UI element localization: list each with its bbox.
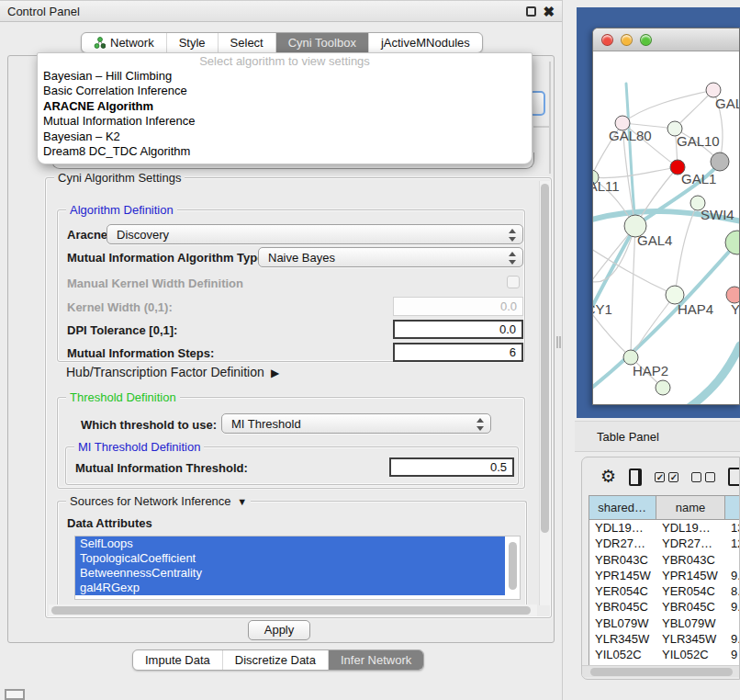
- table-row[interactable]: YPR145WYPR145W9.: [589, 568, 740, 583]
- node-label-gal11: GAL11: [593, 178, 620, 194]
- list-scrollbar-thumb[interactable]: [509, 542, 517, 590]
- table-row[interactable]: YIL052CYIL052C9: [589, 647, 740, 662]
- dropdown-item[interactable]: Basic Correlation Inference: [38, 84, 532, 98]
- split-pane-handle[interactable]: [556, 336, 561, 348]
- mi-threshold-field[interactable]: 0.5: [389, 457, 514, 477]
- attribute-item-selected[interactable]: SelfLoops: [75, 536, 505, 551]
- table-row[interactable]: YDR27…YDR27…12: [589, 536, 740, 551]
- table-column-header[interactable]: shared…: [589, 496, 656, 520]
- minimize-traffic-light[interactable]: [621, 34, 633, 46]
- tab-select[interactable]: Select: [218, 33, 275, 52]
- tab-jactivemnodules[interactable]: jActiveMNodules: [368, 33, 482, 52]
- apply-button[interactable]: Apply: [248, 620, 310, 640]
- settings-vertical-scrollbar[interactable]: [539, 181, 550, 605]
- network-node-green-bottom[interactable]: [656, 380, 670, 395]
- table-horizontal-scrollbar[interactable]: [582, 665, 740, 677]
- dropdown-item[interactable]: Bayesian – Hill Climbing: [38, 69, 532, 84]
- combo-arrows-icon: [509, 252, 516, 265]
- table-cell: YPR145W: [589, 568, 656, 583]
- attribute-item-selected[interactable]: TopologicalCoefficient: [75, 551, 505, 566]
- table-cell: YLR345W: [589, 631, 656, 647]
- mi-steps-field[interactable]: 6: [393, 343, 523, 362]
- table-cell: YBR045C: [589, 599, 656, 615]
- network-edge[interactable]: [631, 226, 635, 357]
- tab-label: Style: [179, 33, 206, 52]
- tab-network[interactable]: Network: [82, 33, 166, 52]
- data-attributes-list[interactable]: SelfLoopsTopologicalCoefficientBetweenne…: [74, 536, 521, 600]
- network-edge[interactable]: [689, 345, 740, 405]
- gear-icon[interactable]: ⚙: [600, 467, 616, 487]
- table-hscroll-thumb[interactable]: [590, 668, 733, 676]
- manual-kernel-label: Manual Kernel Width Definition: [67, 277, 243, 290]
- dropdown-item[interactable]: ARACNE Algorithm: [38, 99, 532, 114]
- attribute-item-selected[interactable]: gal4RGexp: [75, 581, 505, 595]
- settings-hscroll-thumb[interactable]: [51, 606, 531, 615]
- mi-steps-label: Mutual Information Steps:: [67, 346, 214, 360]
- which-threshold-combo[interactable]: MI Threshold: [221, 413, 491, 434]
- mi-threshold-group: MI Threshold Definition Mutual Informati…: [65, 446, 519, 485]
- node-attribute-table: shared…name YDL19…YDL19…13YDR27…YDR27…12…: [589, 495, 740, 665]
- network-graph-canvas[interactable]: GALGAL80GAL10GAL1GAL11SWI4GAL4GCY1HAP4YH…: [593, 52, 740, 405]
- mi-type-label: Mutual Information Algorithm Type:: [67, 251, 268, 265]
- checked-checkbox-icon: ✓: [668, 472, 678, 482]
- which-threshold-label: Which threshold to use:: [81, 418, 217, 432]
- attribute-item-selected[interactable]: BetweennessCentrality: [75, 566, 505, 581]
- dropdown-item[interactable]: Dream8 DC_TDC Algorithm: [38, 144, 532, 159]
- table-column-header[interactable]: name: [656, 496, 725, 520]
- table-cell: 9: [725, 647, 740, 662]
- node-label-hap2: HAP2: [633, 363, 668, 378]
- settings-vscroll-thumb[interactable]: [541, 184, 549, 533]
- select-all-icon[interactable]: ✓ ✓: [655, 472, 678, 482]
- table-row[interactable]: YBR043CYBR043C: [589, 552, 740, 568]
- kernel-width-field[interactable]: 0.0: [393, 297, 523, 316]
- table-cell: 9.: [725, 568, 740, 583]
- node-label-hap4: HAP4: [678, 301, 713, 317]
- docked-panel-fragment[interactable]: [5, 689, 25, 700]
- column-view-icon[interactable]: [629, 469, 642, 486]
- tab-infer-network[interactable]: Infer Network: [328, 650, 423, 670]
- table-cell: YPR145W: [656, 568, 725, 583]
- node-label-gal-top: GAL: [715, 96, 740, 111]
- dropdown-item[interactable]: Mutual Information Inference: [38, 114, 532, 129]
- close-traffic-light[interactable]: [601, 34, 613, 46]
- tab-impute-data[interactable]: Impute Data: [133, 650, 222, 670]
- table-row[interactable]: YDL19…YDL19…13: [589, 520, 740, 536]
- dpi-tolerance-field[interactable]: 0.0: [393, 320, 523, 339]
- new-table-icon[interactable]: [728, 468, 740, 486]
- network-window-titlebar[interactable]: [593, 28, 739, 51]
- tab-discretize-data[interactable]: Discretize Data: [222, 650, 328, 670]
- tab-style[interactable]: Style: [166, 33, 218, 52]
- table-rows: YDL19…YDL19…13YDR27…YDR27…12YBR043CYBR04…: [589, 520, 740, 663]
- network-edge[interactable]: [675, 203, 698, 295]
- manual-kernel-checkbox[interactable]: [507, 276, 520, 288]
- table-row[interactable]: YLR345WYLR345W9.: [589, 631, 740, 647]
- table-column-header[interactable]: [725, 496, 740, 520]
- close-icon[interactable]: ✖: [543, 4, 555, 20]
- table-cell: 9.: [725, 599, 740, 615]
- tab-cyni-toolbox[interactable]: Cyni Toolbox: [275, 33, 368, 52]
- zoom-traffic-light[interactable]: [640, 34, 652, 46]
- table-cell: YDR27…: [656, 536, 725, 551]
- table-row[interactable]: YER054CYER054C8.: [589, 583, 740, 599]
- combo-arrows-icon: [477, 418, 484, 431]
- mi-algorithm-type-combo[interactable]: Naive Bayes: [258, 247, 523, 267]
- aracne-mode-combo[interactable]: Discovery: [107, 224, 523, 244]
- combo-arrows-icon: [509, 229, 516, 242]
- float-window-icon[interactable]: [526, 6, 536, 17]
- group-border-fragment: [549, 62, 551, 174]
- network-edge[interactable]: [593, 167, 678, 178]
- table-cell: YIL052C: [589, 647, 656, 662]
- deselect-all-icon[interactable]: [691, 472, 715, 482]
- table-row[interactable]: YBL079WYBL079W: [589, 615, 740, 631]
- dropdown-item[interactable]: Bayesian – K2: [38, 130, 532, 144]
- sources-group-title[interactable]: Sources for Network Inference ▼: [66, 494, 251, 508]
- table-row[interactable]: YBR045CYBR045C9.: [589, 599, 740, 615]
- network-edge[interactable]: [675, 90, 713, 129]
- panel-divider: [562, 0, 563, 700]
- table-cell: YDL19…: [589, 520, 656, 536]
- network-edge[interactable]: [626, 84, 635, 226]
- network-edge[interactable]: [622, 90, 713, 123]
- hub-definition-toggle[interactable]: Hub/Transcription Factor Definition ▶: [66, 365, 279, 379]
- network-node-gray-node[interactable]: [711, 152, 729, 171]
- settings-horizontal-scrollbar[interactable]: [49, 604, 537, 616]
